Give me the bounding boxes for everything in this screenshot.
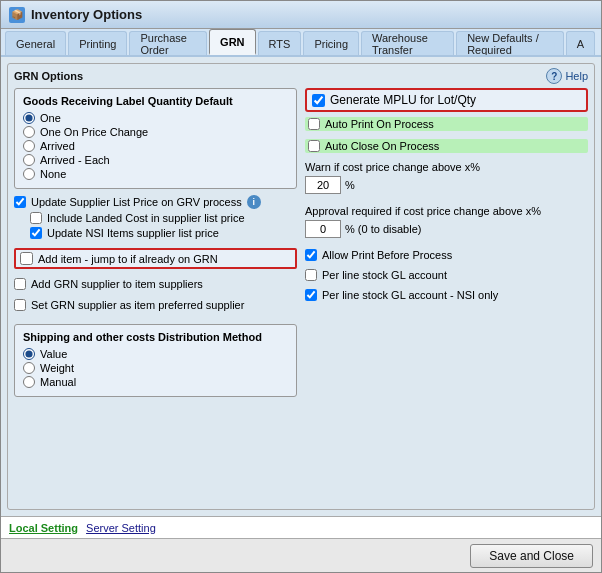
update-supplier-checkbox-row: Update Supplier List Price on GRV proces… bbox=[14, 195, 297, 209]
tab-extra[interactable]: A bbox=[566, 31, 595, 55]
shipping-manual-row: Manual bbox=[23, 376, 288, 388]
per-line-gl-checkbox[interactable] bbox=[305, 269, 317, 281]
include-landed-checkbox[interactable] bbox=[30, 212, 42, 224]
per-line-nsi-label: Per line stock GL account - NSI only bbox=[322, 289, 498, 301]
update-supplier-checkbox[interactable] bbox=[14, 196, 26, 208]
local-setting-link[interactable]: Local Setting bbox=[9, 522, 78, 534]
warn-row: 20 % bbox=[305, 176, 588, 194]
auto-close-checkbox[interactable] bbox=[308, 140, 320, 152]
shipping-label: Shipping and other costs Distribution Me… bbox=[23, 331, 288, 343]
goods-receiving-label: Goods Receiving Label Quantity Default bbox=[23, 95, 288, 107]
tab-printing[interactable]: Printing bbox=[68, 31, 127, 55]
add-grn-supplier-label: Add GRN supplier to item suppliers bbox=[31, 278, 203, 290]
window-title: Inventory Options bbox=[31, 7, 593, 22]
shipping-manual-label: Manual bbox=[40, 376, 76, 388]
radio-one-price-label: One On Price Change bbox=[40, 126, 148, 138]
tab-rts[interactable]: RTS bbox=[258, 31, 302, 55]
shipping-weight-radio[interactable] bbox=[23, 362, 35, 374]
tab-bar: General Printing Purchase Order GRN RTS … bbox=[1, 29, 601, 57]
tab-grn[interactable]: GRN bbox=[209, 29, 255, 55]
per-line-nsi-row: Per line stock GL account - NSI only bbox=[305, 289, 588, 301]
settings-bar: Local Setting Server Setting bbox=[1, 516, 601, 538]
right-column: Generate MPLU for Lot/Qty Auto Print On … bbox=[305, 88, 588, 503]
tab-purchase-order[interactable]: Purchase Order bbox=[129, 31, 207, 55]
per-line-nsi-checkbox[interactable] bbox=[305, 289, 317, 301]
radio-one-input[interactable] bbox=[23, 112, 35, 124]
add-item-checkbox[interactable] bbox=[20, 252, 33, 265]
approval-section: Approval required if cost price change a… bbox=[305, 205, 588, 240]
help-button[interactable]: ? Help bbox=[546, 68, 588, 84]
per-line-gl-label: Per line stock GL account bbox=[322, 269, 447, 281]
radio-arrived-each-label: Arrived - Each bbox=[40, 154, 110, 166]
add-item-label: Add item - jump to if already on GRN bbox=[38, 253, 218, 265]
content-area: GRN Options ? Help Goods Receiving Label… bbox=[1, 57, 601, 516]
app-icon: 📦 bbox=[9, 7, 25, 23]
update-nsi-checkbox[interactable] bbox=[30, 227, 42, 239]
generate-mplu-checkbox[interactable] bbox=[312, 94, 325, 107]
approval-value-input[interactable]: 0 bbox=[305, 220, 341, 238]
update-supplier-row: Update Supplier List Price on GRV proces… bbox=[14, 195, 297, 242]
tab-pricing[interactable]: Pricing bbox=[303, 31, 359, 55]
generate-mplu-label: Generate MPLU for Lot/Qty bbox=[330, 93, 476, 107]
help-label: Help bbox=[565, 70, 588, 82]
include-landed-row: Include Landed Cost in supplier list pri… bbox=[30, 212, 297, 224]
panel-title: GRN Options bbox=[14, 70, 588, 82]
shipping-value-row: Value bbox=[23, 348, 288, 360]
set-grn-supplier-label: Set GRN supplier as item preferred suppl… bbox=[31, 299, 244, 311]
radio-one: One bbox=[23, 112, 288, 124]
update-nsi-label: Update NSI Items supplier list price bbox=[47, 227, 219, 239]
shipping-value-label: Value bbox=[40, 348, 67, 360]
add-grn-supplier-checkbox[interactable] bbox=[14, 278, 26, 290]
shipping-value-radio[interactable] bbox=[23, 348, 35, 360]
update-nsi-row: Update NSI Items supplier list price bbox=[30, 227, 297, 239]
approval-note: % (0 to disable) bbox=[345, 223, 421, 235]
auto-print-checkbox[interactable] bbox=[308, 118, 320, 130]
server-setting-link[interactable]: Server Setting bbox=[86, 522, 156, 534]
radio-one-price-input[interactable] bbox=[23, 126, 35, 138]
update-supplier-label: Update Supplier List Price on GRV proces… bbox=[31, 196, 242, 208]
radio-none-input[interactable] bbox=[23, 168, 35, 180]
bottom-bar: Save and Close bbox=[1, 538, 601, 572]
radio-arrived-input[interactable] bbox=[23, 140, 35, 152]
two-col-layout: Goods Receiving Label Quantity Default O… bbox=[14, 88, 588, 503]
warn-value-input[interactable]: 20 bbox=[305, 176, 341, 194]
add-grn-supplier-row: Add GRN supplier to item suppliers bbox=[14, 278, 297, 290]
radio-none-label: None bbox=[40, 168, 66, 180]
shipping-weight-row: Weight bbox=[23, 362, 288, 374]
auto-print-label: Auto Print On Process bbox=[325, 118, 434, 130]
per-line-gl-row: Per line stock GL account bbox=[305, 269, 588, 281]
tab-warehouse-transfer[interactable]: Warehouse Transfer bbox=[361, 31, 454, 55]
grn-options-panel: GRN Options ? Help Goods Receiving Label… bbox=[7, 63, 595, 510]
approval-row: 0 % (0 to disable) bbox=[305, 220, 588, 238]
left-column: Goods Receiving Label Quantity Default O… bbox=[14, 88, 297, 503]
allow-print-row: Allow Print Before Process bbox=[305, 249, 588, 261]
main-window: 📦 Inventory Options General Printing Pur… bbox=[0, 0, 602, 573]
radio-arrived-each: Arrived - Each bbox=[23, 154, 288, 166]
shipping-group: Shipping and other costs Distribution Me… bbox=[14, 324, 297, 397]
save-close-button[interactable]: Save and Close bbox=[470, 544, 593, 568]
allow-print-label: Allow Print Before Process bbox=[322, 249, 452, 261]
radio-arrived-each-input[interactable] bbox=[23, 154, 35, 166]
tab-general[interactable]: General bbox=[5, 31, 66, 55]
generate-mplu-row: Generate MPLU for Lot/Qty bbox=[305, 88, 588, 112]
set-grn-supplier-row: Set GRN supplier as item preferred suppl… bbox=[14, 299, 297, 311]
title-bar: 📦 Inventory Options bbox=[1, 1, 601, 29]
add-item-row: Add item - jump to if already on GRN bbox=[14, 248, 297, 269]
radio-one-price: One On Price Change bbox=[23, 126, 288, 138]
allow-print-checkbox[interactable] bbox=[305, 249, 317, 261]
approval-label: Approval required if cost price change a… bbox=[305, 205, 588, 217]
shipping-weight-label: Weight bbox=[40, 362, 74, 374]
auto-close-label: Auto Close On Process bbox=[325, 140, 439, 152]
set-grn-supplier-checkbox[interactable] bbox=[14, 299, 26, 311]
include-landed-label: Include Landed Cost in supplier list pri… bbox=[47, 212, 245, 224]
warn-pct: % bbox=[345, 179, 355, 191]
radio-none: None bbox=[23, 168, 288, 180]
goods-receiving-group: Goods Receiving Label Quantity Default O… bbox=[14, 88, 297, 189]
auto-close-row: Auto Close On Process bbox=[305, 139, 588, 153]
radio-arrived: Arrived bbox=[23, 140, 288, 152]
help-icon: ? bbox=[546, 68, 562, 84]
info-icon[interactable]: i bbox=[247, 195, 261, 209]
tab-new-defaults[interactable]: New Defaults / Required bbox=[456, 31, 563, 55]
radio-arrived-label: Arrived bbox=[40, 140, 75, 152]
shipping-manual-radio[interactable] bbox=[23, 376, 35, 388]
